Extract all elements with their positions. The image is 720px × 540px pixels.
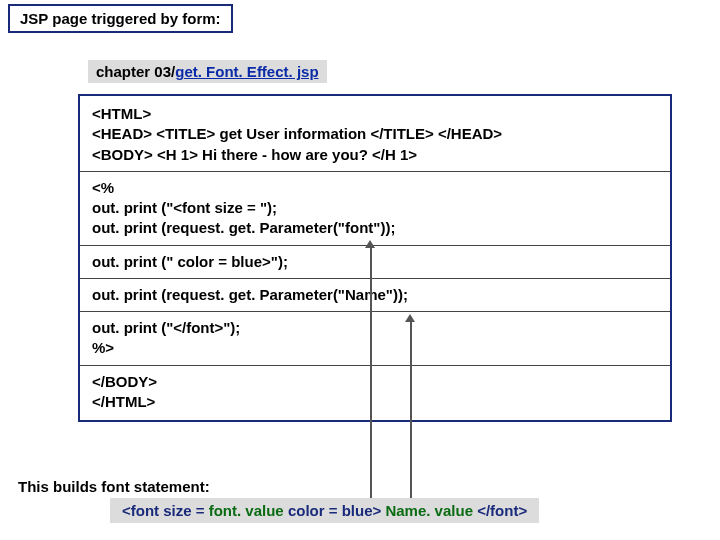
file-path-link: get. Font. Effect. jsp	[175, 63, 318, 80]
code-line: %>	[92, 338, 658, 358]
code-line: <%	[92, 178, 658, 198]
code-line: out. print (request. get. Parameter("fon…	[92, 218, 658, 238]
arrow-head-icon	[365, 240, 375, 248]
build-label: This builds font statement:	[18, 478, 210, 495]
code-line: <HTML>	[92, 104, 658, 124]
code-line: out. print ("<font size = ");	[92, 198, 658, 218]
font-stmt-value: Name. value	[385, 502, 473, 519]
font-stmt-part: color = blue>	[284, 502, 386, 519]
code-line: </HTML>	[92, 392, 658, 412]
arrow-head-icon	[405, 314, 415, 322]
divider	[80, 171, 670, 172]
arrow-line	[370, 248, 372, 498]
page-title: JSP page triggered by form:	[8, 4, 233, 33]
arrow-line	[410, 322, 412, 498]
font-stmt-part: </font>	[473, 502, 527, 519]
code-line: out. print ("</font>");	[92, 318, 658, 338]
file-path: chapter 03/get. Font. Effect. jsp	[88, 60, 327, 83]
font-stmt-part: <font size =	[122, 502, 209, 519]
font-stmt-value: font. value	[209, 502, 284, 519]
code-line: <BODY> <H 1> Hi there - how are you? </H…	[92, 145, 658, 165]
file-path-prefix: chapter 03/	[96, 63, 175, 80]
font-statement: <font size = font. value color = blue> N…	[110, 498, 539, 523]
divider	[80, 245, 670, 246]
code-line: out. print (" color = blue>");	[92, 252, 658, 272]
divider	[80, 311, 670, 312]
code-line: </BODY>	[92, 372, 658, 392]
code-box: <HTML> <HEAD> <TITLE> get User informati…	[78, 94, 672, 422]
divider	[80, 365, 670, 366]
page-title-text: JSP page triggered by form:	[20, 10, 221, 27]
build-label-text: This builds font statement:	[18, 478, 210, 495]
code-line: out. print (request. get. Parameter("Nam…	[92, 285, 658, 305]
code-line: <HEAD> <TITLE> get User information </TI…	[92, 124, 658, 144]
divider	[80, 278, 670, 279]
